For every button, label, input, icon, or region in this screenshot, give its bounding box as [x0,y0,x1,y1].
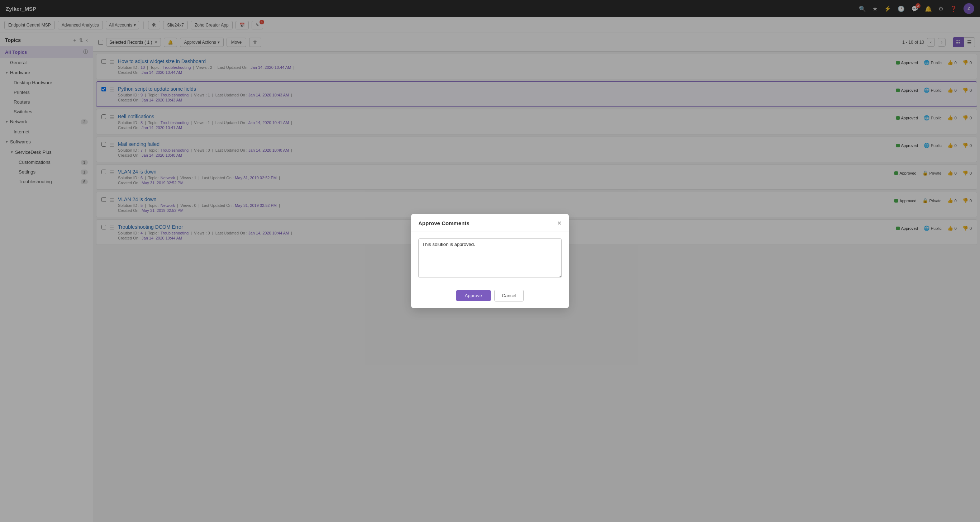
approve-comments-modal: Approve Comments ✕ This solution is appr… [411,214,569,308]
cancel-btn[interactable]: Cancel [494,290,524,301]
modal-header: Approve Comments ✕ [411,214,569,232]
modal-body: This solution is approved. [411,232,569,285]
modal-title: Approve Comments [418,220,469,226]
modal-close-btn[interactable]: ✕ [557,220,562,227]
approve-submit-btn[interactable]: Approve [456,290,491,301]
modal-overlay[interactable]: Approve Comments ✕ This solution is appr… [0,0,980,522]
modal-footer: Approve Cancel [411,285,569,308]
approve-btn-label: Approve [465,293,482,298]
cancel-btn-label: Cancel [502,293,516,298]
approve-comment-textarea[interactable]: This solution is approved. [418,239,562,278]
